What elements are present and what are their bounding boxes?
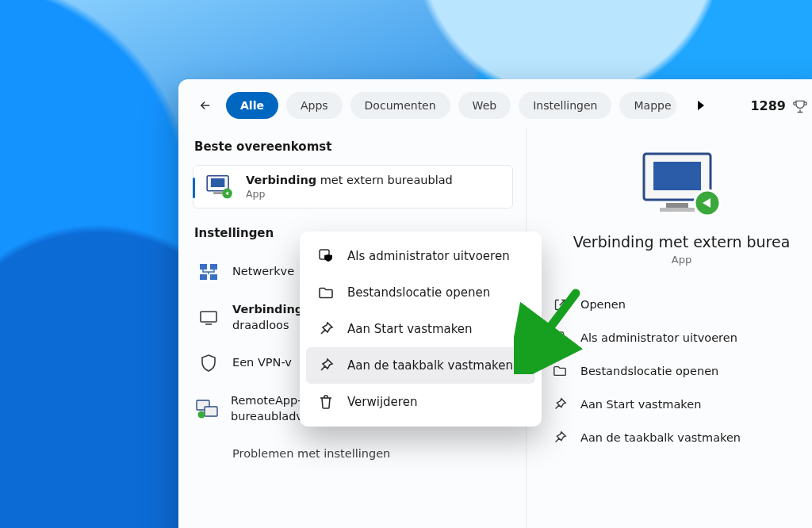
pin-icon xyxy=(552,396,568,412)
folder-icon xyxy=(552,363,568,379)
ctx-pin-start[interactable]: Aan Start vastmaken xyxy=(306,311,535,347)
pills-overflow-icon[interactable] xyxy=(691,95,711,116)
action-label: Bestandslocatie openen xyxy=(580,365,718,377)
best-match-heading: Beste overeenkomst xyxy=(194,140,511,154)
action-pin-start[interactable]: Aan Start vastmaken xyxy=(549,388,812,421)
filter-pills: Alle Apps Documenten Web Instellingen Ma… xyxy=(226,92,676,119)
context-menu: Als administrator uitvoeren Bestandsloca… xyxy=(300,231,542,427)
svg-rect-2 xyxy=(213,192,222,193)
trash-icon xyxy=(317,393,335,411)
action-label: Als administrator uitvoeren xyxy=(580,331,737,344)
pill-instellingen[interactable]: Instellingen xyxy=(519,92,611,119)
ctx-delete[interactable]: Verwijderen xyxy=(306,384,535,420)
list-item[interactable]: Problemen met instellingen xyxy=(193,434,513,475)
remoteapp-icon xyxy=(196,398,218,420)
pill-documenten[interactable]: Documenten xyxy=(350,92,450,119)
list-item-label: Problemen met instellingen xyxy=(232,446,508,462)
remote-desktop-large-icon xyxy=(634,151,730,219)
ctx-label: Verwijderen xyxy=(347,395,417,409)
best-match-subtitle: App xyxy=(246,188,453,200)
action-pin-taskbar[interactable]: Aan de taakbalk vastmaken xyxy=(549,421,812,454)
detail-subtitle: App xyxy=(549,254,812,266)
best-match-result[interactable]: Verbinding met extern bureaublad App xyxy=(193,165,513,209)
best-match-title: Verbinding met extern bureaublad xyxy=(246,174,453,186)
action-label: Aan de taakbalk vastmaken xyxy=(580,431,741,444)
ctx-open-location[interactable]: Bestandslocatie openen xyxy=(306,274,535,311)
detail-title: Verbinding met extern burea xyxy=(549,233,812,251)
ctx-pin-taskbar[interactable]: Aan de taakbalk vastmaken xyxy=(306,347,535,384)
open-icon xyxy=(552,297,568,312)
svg-rect-8 xyxy=(201,312,216,322)
pill-mappen[interactable]: Mappe xyxy=(619,92,676,119)
ctx-run-admin[interactable]: Als administrator uitvoeren xyxy=(306,238,535,274)
ctx-label: Als administrator uitvoeren xyxy=(347,249,510,263)
rewards-icon xyxy=(792,98,808,114)
shield-icon xyxy=(197,352,220,374)
pin-icon xyxy=(317,357,335,374)
wireless-display-icon xyxy=(197,307,220,329)
action-open-location[interactable]: Bestandslocatie openen xyxy=(549,354,812,388)
troubleshoot-icon xyxy=(197,443,220,465)
folder-icon xyxy=(317,284,335,301)
pill-web[interactable]: Web xyxy=(458,92,511,119)
action-run-admin[interactable]: Als administrator uitvoeren xyxy=(549,321,812,354)
remote-desktop-icon xyxy=(205,174,235,200)
network-icon xyxy=(197,261,220,283)
panel-header: Alle Apps Documenten Web Instellingen Ma… xyxy=(178,79,812,127)
svg-rect-1 xyxy=(211,178,224,186)
points-value: 1289 xyxy=(750,98,786,113)
svg-point-11 xyxy=(198,411,205,418)
svg-rect-6 xyxy=(200,274,207,280)
ctx-label: Aan Start vastmaken xyxy=(347,322,473,336)
svg-rect-7 xyxy=(210,274,217,280)
svg-rect-15 xyxy=(660,208,695,212)
svg-rect-13 xyxy=(653,162,701,190)
svg-rect-14 xyxy=(666,203,688,208)
detail-right-column: Verbinding met extern burea App Openen A… xyxy=(526,127,812,528)
pill-alle[interactable]: Alle xyxy=(226,92,278,119)
rewards-points[interactable]: 1289 xyxy=(750,97,812,114)
action-open[interactable]: Openen xyxy=(549,288,812,321)
action-label: Openen xyxy=(580,298,626,311)
svg-rect-5 xyxy=(210,264,217,270)
admin-shield-icon xyxy=(317,247,335,265)
selection-accent xyxy=(193,178,195,198)
admin-shield-icon xyxy=(552,330,568,346)
ctx-label: Bestandslocatie openen xyxy=(347,285,490,300)
svg-rect-10 xyxy=(205,407,217,416)
pin-icon xyxy=(552,430,568,446)
ctx-label: Aan de taakbalk vastmaken xyxy=(347,358,513,373)
action-label: Aan Start vastmaken xyxy=(580,398,701,411)
back-button[interactable] xyxy=(194,94,216,117)
pin-icon xyxy=(317,320,335,338)
svg-rect-4 xyxy=(200,264,207,270)
pill-apps[interactable]: Apps xyxy=(286,92,343,119)
